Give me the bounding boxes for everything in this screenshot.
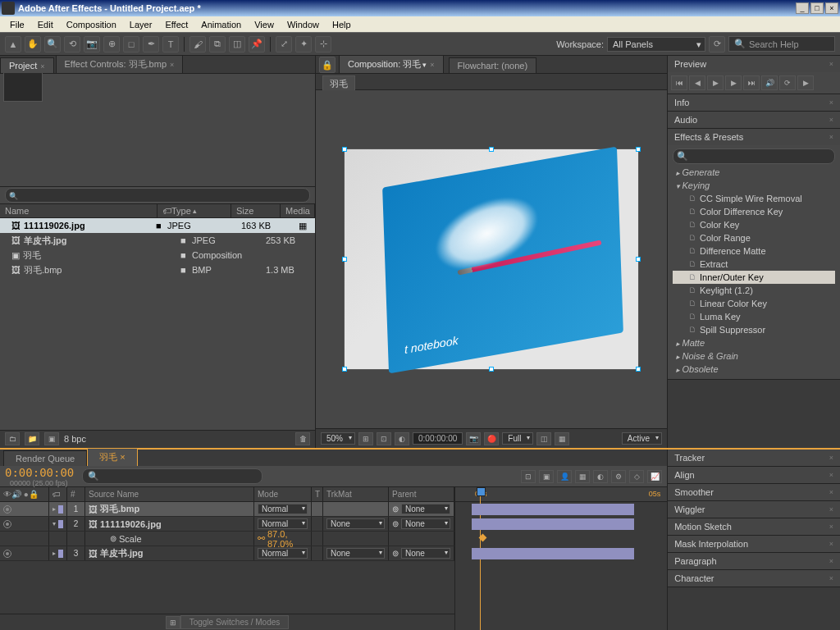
comp-lock-icon[interactable]: 🔒 bbox=[319, 57, 336, 73]
loop-icon[interactable]: ⟳ bbox=[779, 75, 796, 90]
minimize-button[interactable]: _ bbox=[796, 2, 809, 14]
graph-editor-icon[interactable]: 📈 bbox=[647, 470, 662, 483]
timeline-timecode[interactable]: 0:00:00:00 bbox=[5, 466, 74, 479]
prev-frame-icon[interactable]: ◀ bbox=[689, 75, 705, 90]
character-panel-header[interactable]: Character× bbox=[668, 570, 840, 587]
effect-category[interactable]: Generate bbox=[673, 166, 835, 179]
menu-animation[interactable]: Animation bbox=[194, 18, 248, 31]
parent-dropdown[interactable]: None bbox=[401, 548, 450, 559]
align-panel-header[interactable]: Align× bbox=[668, 467, 840, 483]
snapshot-icon[interactable]: 📷 bbox=[466, 432, 481, 445]
hand-tool-icon[interactable]: ✋ bbox=[25, 36, 41, 52]
type-tool-icon[interactable]: T bbox=[162, 36, 179, 52]
audio-panel-header[interactable]: Audio× bbox=[668, 112, 840, 128]
timeline-layer[interactable]: ▾ 2 🖼111119026.jpg Normal None ⊚None bbox=[0, 517, 454, 532]
paragraph-panel-header[interactable]: Paragraph× bbox=[668, 553, 840, 569]
selection-tool-icon[interactable]: ▲ bbox=[5, 36, 21, 52]
effect-category[interactable]: Noise & Grain bbox=[673, 349, 835, 363]
effect-item[interactable]: Linear Color Key bbox=[673, 297, 835, 310]
project-search-input[interactable] bbox=[5, 188, 310, 203]
rotate-tool-icon[interactable]: ⟲ bbox=[64, 36, 80, 52]
mask-tool-icon[interactable]: □ bbox=[123, 36, 139, 52]
mask-interpolation-panel-header[interactable]: Mask Interpolation× bbox=[668, 536, 840, 552]
effect-item[interactable]: Difference Matte bbox=[673, 244, 835, 258]
audio-icon[interactable]: 🔊 bbox=[761, 75, 778, 90]
new-comp-icon[interactable]: ▣ bbox=[44, 432, 59, 445]
mode-dropdown[interactable]: Normal bbox=[258, 518, 308, 529]
eraser-tool-icon[interactable]: ◫ bbox=[229, 36, 245, 52]
effect-category[interactable]: Obsolete bbox=[673, 363, 835, 376]
render-queue-tab[interactable]: Render Queue bbox=[3, 450, 87, 466]
timeline-search-input[interactable]: 🔍 bbox=[82, 468, 262, 484]
effect-category[interactable]: Matte bbox=[673, 336, 835, 349]
mask-toggle-icon[interactable]: ◐ bbox=[395, 432, 409, 445]
menu-file[interactable]: File bbox=[3, 18, 31, 31]
camera-tool-icon[interactable]: 📷 bbox=[84, 36, 100, 52]
draft3d-icon[interactable]: ▣ bbox=[539, 470, 554, 483]
effect-item[interactable]: Color Key bbox=[673, 218, 835, 231]
link-icon[interactable]: ⚯ bbox=[258, 533, 265, 544]
project-item[interactable]: ▣ 羽毛 ■ Composition bbox=[0, 248, 315, 262]
twirl-icon[interactable]: ▾ bbox=[52, 520, 56, 527]
mode-dropdown[interactable]: Normal bbox=[258, 548, 308, 559]
effect-item[interactable]: Luma Key bbox=[673, 310, 835, 323]
col-size[interactable]: Size bbox=[231, 204, 281, 217]
refresh-icon[interactable]: ⟳ bbox=[709, 36, 725, 52]
local-axis-icon[interactable]: ⤢ bbox=[276, 36, 292, 52]
col-trkmat[interactable]: TrkMat bbox=[323, 487, 389, 501]
toggle-switches-button[interactable]: Toggle Switches / Modes bbox=[180, 615, 290, 629]
flowchart-tab[interactable]: Flowchart: (none) bbox=[449, 57, 537, 73]
layer-bar[interactable] bbox=[472, 548, 634, 559]
project-tab[interactable]: Project× bbox=[0, 57, 54, 73]
roi-icon[interactable]: ◫ bbox=[536, 432, 551, 445]
frame-blend-icon[interactable]: ▦ bbox=[575, 470, 590, 483]
info-panel-header[interactable]: Info× bbox=[668, 94, 840, 111]
close-button[interactable]: × bbox=[825, 2, 838, 14]
effect-item[interactable]: Extract bbox=[673, 258, 835, 271]
effect-item[interactable]: Keylight (1.2) bbox=[673, 284, 835, 297]
layer-label-icon[interactable] bbox=[58, 550, 63, 558]
layer-bar[interactable] bbox=[472, 504, 634, 515]
timeline-comp-tab[interactable]: 羽毛 × bbox=[87, 448, 138, 466]
layer-bar[interactable] bbox=[472, 518, 634, 530]
trkmat-dropdown[interactable]: None bbox=[326, 518, 385, 529]
composition-tab[interactable]: Composition: 羽毛▾× bbox=[339, 55, 444, 73]
visibility-icon[interactable] bbox=[3, 520, 11, 528]
motion-sketch-panel-header[interactable]: Motion Sketch× bbox=[668, 518, 840, 535]
col-media[interactable]: Media bbox=[281, 204, 315, 217]
effect-controls-tab[interactable]: Effect Controls: 羽毛.bmp× bbox=[56, 55, 184, 73]
maximize-button[interactable]: □ bbox=[810, 2, 824, 14]
twirl-icon[interactable]: ▸ bbox=[52, 505, 56, 513]
layer-label-icon[interactable] bbox=[58, 520, 63, 528]
col-mode[interactable]: Mode bbox=[254, 487, 312, 501]
interpret-icon[interactable]: 🗀 bbox=[5, 432, 20, 445]
layer-label-icon[interactable] bbox=[58, 505, 63, 514]
view-dropdown[interactable]: Active bbox=[622, 432, 662, 445]
menu-edit[interactable]: Edit bbox=[31, 18, 60, 31]
view-axis-icon[interactable]: ⊹ bbox=[315, 36, 331, 52]
timeline-layer[interactable]: ▸ 1 🖼羽毛.bmp Normal ⊚None bbox=[0, 502, 454, 517]
next-frame-icon[interactable]: ▶ bbox=[725, 75, 742, 90]
effects-presets-header[interactable]: Effects & Presets× bbox=[668, 129, 840, 145]
current-time[interactable]: 0:00:00:00 bbox=[413, 432, 463, 445]
menu-composition[interactable]: Composition bbox=[60, 18, 123, 31]
workspace-dropdown[interactable]: All Panels bbox=[607, 37, 705, 52]
menu-layer[interactable]: Layer bbox=[123, 18, 159, 31]
menu-view[interactable]: View bbox=[248, 18, 281, 31]
pan-behind-tool-icon[interactable]: ⊕ bbox=[103, 36, 120, 52]
parent-dropdown[interactable]: None bbox=[401, 518, 450, 529]
effect-category[interactable]: Keying bbox=[673, 179, 835, 192]
grid-icon[interactable]: ⊞ bbox=[358, 432, 373, 445]
wiggler-panel-header[interactable]: Wiggler× bbox=[668, 501, 840, 518]
timeline-layer[interactable]: ▸ 3 🖼羊皮书.jpg Normal None ⊚None bbox=[0, 546, 454, 561]
puppet-tool-icon[interactable]: 📌 bbox=[249, 36, 265, 52]
guides-icon[interactable]: ⊡ bbox=[377, 432, 391, 445]
project-item[interactable]: 🖼 111119026.jpg ■ JPEG 163 KB ▦ bbox=[0, 218, 315, 233]
expand-icon[interactable]: ⊞ bbox=[166, 616, 180, 629]
play-icon[interactable]: ▶ bbox=[707, 75, 724, 90]
mode-dropdown[interactable]: Normal bbox=[258, 504, 308, 514]
effects-search-input[interactable]: 🔍 bbox=[673, 148, 835, 164]
project-item[interactable]: 🖼 羊皮书.jpg ■ JPEG 253 KB bbox=[0, 233, 315, 248]
ram-preview-icon[interactable]: ▶ bbox=[797, 75, 814, 90]
parent-dropdown[interactable]: None bbox=[401, 504, 450, 514]
